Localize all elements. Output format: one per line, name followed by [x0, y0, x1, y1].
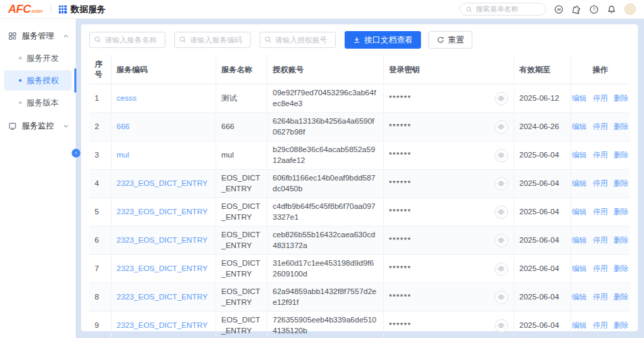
reset-button[interactable]: 重置 [428, 31, 472, 49]
sidebar-collapse-button[interactable]: ‹ [72, 149, 80, 158]
service-code-link[interactable]: 2323_EOS_DICT_ENTRY [117, 208, 208, 216]
delete-link[interactable]: 删除 [614, 122, 628, 132]
plugin-puzzle-icon[interactable] [572, 5, 581, 14]
table-body: 1cesss测试09e92f79ed70453296c3ab64fec8e4e3… [89, 84, 630, 338]
eye-icon [497, 151, 505, 159]
show-password-button[interactable] [495, 262, 508, 276]
show-password-button[interactable] [495, 291, 508, 304]
disable-link[interactable]: 停用 [593, 207, 608, 217]
reset-label: 重置 [448, 34, 464, 46]
eye-icon [497, 95, 505, 102]
disable-link[interactable]: 停用 [593, 264, 608, 274]
login-key-wrap: ****** [389, 120, 508, 134]
table-row: 72323_EOS_DICT_ENTRYEOS_DICT_ENTRY31e60d… [89, 255, 630, 283]
cell-service-name: EOS_DICT_ENTRY [216, 226, 267, 255]
sidebar-item-service-version[interactable]: 服务版本 [4, 93, 72, 113]
cell-auth-account: ceb826b55b16432caea630cd4831372a [267, 226, 383, 255]
service-code-link[interactable]: mul [117, 151, 130, 159]
svg-text:AI: AI [557, 7, 561, 11]
delete-link[interactable]: 删除 [614, 320, 628, 331]
disable-link[interactable]: 停用 [593, 235, 608, 245]
show-password-button[interactable] [495, 92, 508, 105]
service-code-link[interactable]: 666 [117, 122, 130, 130]
col-header-auth-account: 授权账号 [267, 55, 383, 84]
service-code-link[interactable]: 2323_EOS_DICT_ENTRY [117, 236, 208, 244]
show-password-button[interactable] [495, 149, 508, 162]
main-area: 接口文档查看 重置 序号 服务编码 服务名称 授权账号 [76, 19, 644, 338]
cell-valid-until: 2025-06-04 [514, 170, 570, 198]
chevron-down-icon [63, 123, 69, 129]
delete-link[interactable]: 删除 [614, 264, 628, 274]
sidebar-group-service-management[interactable]: 服务管理 [0, 26, 76, 46]
disable-link[interactable]: 停用 [593, 178, 608, 189]
bullet-icon [19, 101, 22, 104]
show-password-button[interactable] [495, 319, 508, 333]
cell-valid-until: 2025-06-04 [514, 141, 570, 170]
col-header-valid-until: 有效期至 [514, 55, 570, 84]
edit-link[interactable]: 编辑 [572, 150, 587, 160]
cell-login-key: ****** [383, 141, 514, 170]
disable-link[interactable]: 停用 [593, 93, 608, 103]
ai-assistant-icon[interactable]: AI [554, 5, 564, 14]
delete-link[interactable]: 删除 [614, 93, 628, 103]
login-key-wrap: ****** [389, 92, 508, 105]
edit-link[interactable]: 编辑 [572, 320, 587, 331]
service-code-link[interactable]: 2323_EOS_DICT_ENTRY [117, 179, 208, 187]
cell-login-key: ****** [383, 113, 514, 141]
edit-link[interactable]: 编辑 [572, 122, 587, 132]
delete-link[interactable]: 删除 [614, 150, 628, 160]
service-code-link[interactable]: cesss [117, 94, 137, 102]
show-password-button[interactable] [495, 177, 508, 191]
cell-service-name: EOS_DICT_ENTRY [216, 170, 267, 198]
cell-auth-account: 726355905eeb4b339a6de5104135120b [267, 312, 383, 338]
cell-login-key: ****** [383, 283, 514, 312]
show-password-button[interactable] [495, 206, 508, 219]
cell-login-key: ****** [383, 255, 514, 283]
col-header-operation: 操作 [570, 55, 630, 84]
edit-link[interactable]: 编辑 [572, 235, 587, 245]
delete-link[interactable]: 删除 [614, 207, 628, 217]
edit-link[interactable]: 编辑 [572, 292, 587, 302]
show-password-button[interactable] [495, 234, 508, 247]
edit-link[interactable]: 编辑 [572, 93, 587, 103]
sidebar-item-service-development[interactable]: 服务开发 [4, 48, 72, 68]
edit-link[interactable]: 编辑 [572, 264, 587, 274]
api-doc-view-label: 接口文档查看 [364, 34, 413, 46]
menu-search-box[interactable]: 搜索菜单名称 [460, 3, 546, 16]
edit-link[interactable]: 编辑 [572, 178, 587, 189]
sidebar-group-service-monitoring[interactable]: 服务监控 [0, 116, 76, 136]
delete-link[interactable]: 删除 [614, 292, 628, 302]
delete-link[interactable]: 删除 [614, 178, 628, 189]
edit-link[interactable]: 编辑 [572, 207, 587, 217]
service-code-link[interactable]: 2323_EOS_DICT_ENTRY [117, 321, 208, 329]
cell-valid-until: 2025-06-04 [514, 283, 570, 312]
show-password-button[interactable] [495, 120, 508, 134]
cell-service-code: 2323_EOS_DICT_ENTRY [111, 226, 216, 255]
eye-icon [497, 293, 505, 301]
bell-icon[interactable] [607, 5, 616, 14]
user-avatar[interactable] [624, 3, 636, 15]
cell-service-name: mul [216, 141, 267, 170]
service-code-link[interactable]: 2323_EOS_DICT_ENTRY [117, 293, 208, 301]
disable-link[interactable]: 停用 [593, 150, 608, 160]
cell-service-code: cesss [111, 84, 216, 113]
eye-icon [497, 123, 505, 130]
cell-actions: 编辑停用删除 [570, 283, 630, 312]
cell-login-key: ****** [383, 226, 514, 255]
disable-link[interactable]: 停用 [593, 122, 608, 132]
table-row: 62323_EOS_DICT_ENTRYEOS_DICT_ENTRYceb826… [89, 226, 630, 255]
api-doc-view-button[interactable]: 接口文档查看 [345, 31, 421, 49]
service-code-link[interactable]: 2323_EOS_DICT_ENTRY [117, 264, 208, 272]
active-indicator [74, 68, 76, 93]
logo-text: AFC [8, 3, 30, 16]
apps-grid-icon[interactable] [59, 5, 67, 14]
row-actions: 编辑停用删除 [576, 320, 625, 331]
disable-link[interactable]: 停用 [593, 292, 608, 302]
cell-no: 1 [89, 84, 111, 113]
delete-link[interactable]: 删除 [614, 235, 628, 245]
cell-valid-until: 2025-06-04 [514, 312, 570, 338]
sidebar-item-service-authorization[interactable]: 服务授权 [4, 70, 72, 91]
eye-icon [497, 208, 505, 216]
disable-link[interactable]: 停用 [593, 320, 608, 331]
help-icon[interactable]: ? [589, 5, 599, 14]
